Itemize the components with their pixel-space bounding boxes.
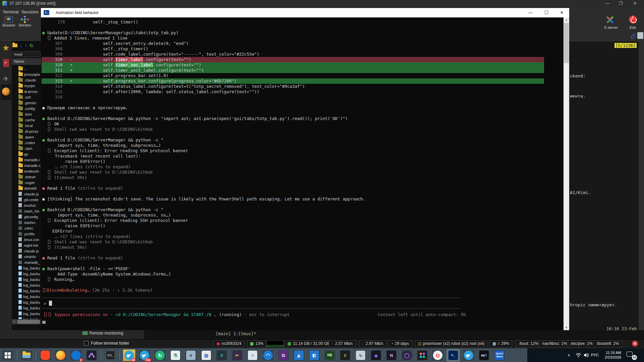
file-row[interactable]: log_backu [12, 277, 41, 283]
upload-icon[interactable]: ↑ [25, 43, 27, 48]
taskbar-thunderbird-icon[interactable]: 2 [70, 349, 83, 361]
taskbar-flask-icon[interactable]: ⚗ [169, 349, 182, 361]
file-row[interactable]: .kimi [12, 112, 41, 117]
taskbar-v2ray-icon[interactable]: V [215, 349, 228, 361]
horizontal-scrollbar[interactable]: < [12, 319, 41, 324]
taskbar-firefox-icon[interactable] [54, 349, 67, 361]
taskbar-mobaxterm-icon[interactable]: X [339, 349, 352, 361]
taskbar-quickutmo-icon[interactable]: Quick utmo [493, 349, 506, 361]
file-row[interactable]: .ssh [12, 95, 41, 100]
taskbar-start-icon[interactable] [1, 349, 14, 361]
tab-tools[interactable] [1, 56, 11, 70]
taskbar-obsidian-icon[interactable]: ◆ [370, 349, 382, 361]
file-row[interactable]: .cache [12, 117, 41, 123]
terminal-scrollbar[interactable] [639, 41, 644, 339]
taskbar-powershell-icon[interactable]: >_ [447, 349, 460, 361]
mobaxterm-close-button[interactable]: ✕ [630, 0, 640, 6]
scrollbar-thumb[interactable] [17, 320, 40, 324]
file-row[interactable]: .git-crede [12, 197, 41, 203]
taskbar-notepad-icon[interactable]: ≡ [246, 349, 259, 361]
file-row[interactable]: .claude.js [12, 191, 41, 197]
wifi-icon[interactable] [576, 353, 581, 358]
file-row[interactable]: endlessh [12, 169, 41, 174]
taskbar-brave-icon[interactable] [39, 349, 52, 361]
file-row[interactable]: .codex [12, 140, 41, 146]
keyboard-language-indicator[interactable]: РУС [591, 353, 599, 357]
file-row[interactable]: proxyapis [12, 72, 41, 77]
file-row[interactable]: .di-proxy [12, 129, 41, 134]
file-row[interactable]: .claude.js [12, 248, 41, 254]
folder-up-icon[interactable] [12, 43, 17, 48]
exit-power-icon[interactable] [629, 15, 637, 23]
taskbar-sync-icon[interactable]: ↻ [154, 349, 166, 361]
input-cursor[interactable] [49, 301, 52, 306]
notifications-icon[interactable] [627, 352, 633, 357]
taskbar-calculator-icon[interactable]: ⌗ [184, 349, 197, 361]
corner-button[interactable] [637, 32, 643, 39]
refresh-icon[interactable]: ↻ [30, 43, 34, 48]
file-row[interactable]: .bashrc [12, 220, 41, 226]
file-row[interactable]: .bash_his [12, 208, 41, 214]
mobaxterm-minimize-button[interactable]: — [602, 0, 612, 6]
file-row[interactable]: .viminfo [12, 254, 41, 260]
file-row[interactable]: .gitconfig [12, 214, 41, 220]
tray-hidden-icons-chevron[interactable]: ∧ [568, 353, 570, 357]
menu-sessions[interactable]: Sessions [21, 10, 39, 14]
file-row[interactable]: log_backu [12, 288, 41, 294]
claude-close-button[interactable]: ✕ [554, 8, 569, 17]
file-row[interactable]: .mariadb_ [12, 260, 41, 265]
claude-scrollbar[interactable]: ▲ ▼ [564, 17, 569, 330]
taskbar-explorer-icon[interactable] [20, 349, 33, 361]
scroll-down-arrow[interactable]: ▼ [564, 326, 569, 329]
file-row[interactable]: mariadb-i [12, 157, 41, 163]
file-row[interactable]: .local [12, 123, 41, 129]
claude-titlebar[interactable]: >_ · Animation field behavior — ☐ ✕ [41, 8, 569, 17]
file-row[interactable]: .. [12, 66, 41, 72]
taskbar-github-icon[interactable]: ◯ [400, 349, 413, 361]
file-row[interactable]: .zshrc [12, 226, 41, 231]
remote-monitoring-toggle[interactable]: Remote monitoring [83, 331, 123, 336]
file-row[interactable]: log_backu [12, 283, 41, 288]
scroll-up-arrow[interactable]: ▲ [564, 18, 569, 21]
servers-button[interactable]: Servers [17, 16, 32, 27]
file-row[interactable]: log_backu [12, 294, 41, 300]
taskbar-pixel-app-icon[interactable]: ▞▚ [85, 349, 98, 361]
file-row[interactable]: .qwen [12, 134, 41, 140]
taskbar-figma-icon[interactable] [416, 349, 429, 361]
claude-scrollbar-thumb[interactable] [564, 23, 569, 63]
taskbar-editor-icon[interactable]: ▤ [200, 349, 213, 361]
session-button[interactable]: Session [1, 16, 16, 27]
file-row[interactable]: myvpn [12, 83, 41, 89]
mobaxterm-maximize-button[interactable]: ❐ [616, 0, 626, 6]
file-row[interactable]: .config [12, 106, 41, 112]
name-column-header[interactable]: Name [12, 58, 41, 65]
taskbar-audio-app-icon[interactable]: ∿ [354, 349, 367, 361]
tab-sessions-favorites[interactable]: ★ [1, 42, 11, 56]
scroll-left-button[interactable]: < [12, 319, 16, 324]
taskbar-sharex-icon[interactable]: ✂ [231, 349, 244, 361]
path-input[interactable] [12, 51, 41, 57]
taskbar-opera-icon[interactable]: O [431, 349, 444, 361]
file-row[interactable]: go [12, 152, 41, 157]
file-row[interactable]: ai-proxy- [12, 89, 41, 95]
statusbar-close-button[interactable]: ✕ [632, 341, 638, 347]
file-row[interactable]: .gemini [12, 100, 41, 106]
file-row[interactable]: .profile [12, 231, 41, 237]
file-row[interactable]: dotnet9 [12, 186, 41, 191]
taskbar-notion-icon[interactable]: N [385, 349, 398, 361]
file-row[interactable]: .wget-hst [12, 243, 41, 248]
file-row[interactable]: log_backu [12, 271, 41, 277]
speaker-icon[interactable] [584, 353, 589, 358]
file-row[interactable]: .lesshst [12, 203, 41, 208]
x-server-icon[interactable] [605, 15, 614, 24]
file-row[interactable]: .claude [12, 77, 41, 83]
follow-terminal-folder-checkbox[interactable] [84, 341, 89, 346]
taskbar-photos-icon[interactable]: ◭ [292, 349, 305, 361]
file-row[interactable]: log_backu [12, 305, 41, 311]
taskbar-photos-2-icon[interactable]: ◧ [308, 349, 321, 361]
menu-terminal[interactable]: Terminal [3, 10, 18, 14]
taskbar-telegram-icon[interactable]: 30 [123, 349, 136, 361]
taskbar-telegram-2-icon[interactable]: 715 [138, 349, 151, 361]
taskbar-heidisql-icon[interactable]: HS [323, 349, 336, 361]
claude-maximize-button[interactable]: ☐ [539, 8, 554, 17]
